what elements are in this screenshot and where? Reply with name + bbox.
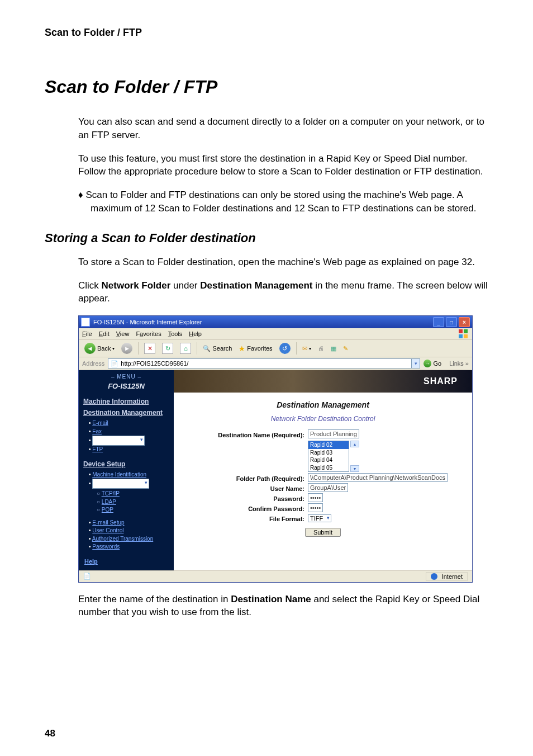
sidebar-item-passwords[interactable]: Passwords (89, 543, 174, 551)
sidebar-item-email-setup[interactable]: E-mail Setup (89, 519, 174, 527)
brand-logo: SHARP (423, 376, 458, 386)
list-item[interactable]: Rapid 03 (308, 449, 349, 457)
sidebar-item-network-settings[interactable]: Network Settings TCP/IP LDAP POP (89, 479, 174, 514)
status-done-icon: 📄 (83, 573, 91, 580)
window-close-button[interactable]: × (459, 317, 470, 327)
edit-ext-button[interactable]: ▦ (329, 342, 339, 355)
select-file-format[interactable]: TIFF (308, 514, 331, 522)
back-button[interactable]: ◄Back▾ (82, 342, 117, 355)
toolbar-separator (138, 342, 139, 355)
sidebar-item-pop[interactable]: POP (97, 506, 174, 514)
browser-menu-bar: FFileile Edit View Favorites Tools Help (79, 328, 472, 340)
search-button[interactable]: 🔍Search (201, 342, 234, 355)
window-title-bar[interactable]: FO-IS125N - Microsoft Internet Explorer … (79, 316, 472, 328)
toolbar-separator (197, 342, 197, 355)
scroll-up-icon[interactable]: ▴ (350, 441, 359, 447)
banner: SHARP (174, 370, 472, 393)
status-zone: Internet (426, 572, 468, 581)
sidebar-item-ldap[interactable]: LDAP (97, 498, 174, 507)
internet-zone-icon (431, 573, 437, 580)
sidebar-device-setup[interactable]: Device Setup (79, 459, 174, 470)
sidebar-item-user-control[interactable]: User Control (89, 527, 174, 535)
page-number: 48 (45, 728, 55, 739)
window-minimize-button[interactable]: _ (433, 317, 444, 327)
trailing-para: Enter the name of the destination in Des… (78, 593, 488, 620)
scroll-down-icon[interactable]: ▾ (350, 465, 359, 472)
menu-tools[interactable]: Tools (168, 330, 183, 337)
input-destination-name[interactable]: Product Planning (308, 429, 359, 438)
history-button[interactable]: ↺ (277, 342, 293, 355)
label-rapid-list (205, 441, 308, 442)
listbox-scroll[interactable]: ▴▾ (350, 441, 358, 472)
sidebar-machine-info[interactable]: Machine Information (79, 396, 174, 407)
menu-edit[interactable]: Edit (99, 330, 110, 337)
list-item[interactable]: Rapid 02 (308, 441, 349, 449)
sidebar-item-fax[interactable]: Fax (89, 428, 174, 436)
forward-button[interactable]: ► (119, 342, 135, 355)
sidebar-item-auth-trans[interactable]: Authorized Transmission (89, 535, 174, 544)
input-folder-path[interactable]: \\ComputerA\Product Planning\NetworkScan… (308, 473, 448, 482)
bullet-note: ♦ Scan to Folder and FTP destinations ca… (78, 188, 488, 215)
input-confirm-password[interactable]: ••••• (308, 503, 323, 512)
window-title: FO-IS125N - Microsoft Internet Explorer (93, 319, 433, 325)
label-folder-path: Folder Path (Required): (205, 474, 308, 482)
input-password[interactable]: ••••• (308, 493, 323, 502)
label-user-name: User Name: (205, 484, 308, 492)
label-confirm-password: Confirm Password: (205, 504, 308, 512)
menu-help[interactable]: Help (189, 330, 202, 337)
sidebar-item-network-folder[interactable]: Network Folder (89, 436, 174, 446)
step-2-b1: Network Folder (102, 280, 171, 291)
browser-toolbar: ◄Back▾ ► ✕ ↻ ⌂ 🔍Search ★Favorites ↺ ✉▾ 🖨… (79, 340, 472, 357)
trailing-bold: Destination Name (231, 594, 311, 604)
label-password: Password: (205, 494, 308, 502)
submit-button[interactable]: Submit (305, 528, 341, 537)
content-pane: SHARP Destination Management Network Fol… (174, 370, 472, 570)
sidebar-item-machine-id[interactable]: Machine Identification (89, 471, 174, 479)
list-item[interactable]: Rapid 05 (308, 464, 349, 472)
address-label: Address (82, 360, 104, 367)
step-2-mid: under (170, 280, 200, 291)
sidebar-item-ftp[interactable]: FTP (89, 446, 174, 454)
label-destination-name: Destination Name (Required): (205, 431, 308, 438)
destination-form: Destination Name (Required): Product Pla… (205, 431, 459, 522)
menu-view[interactable]: View (116, 330, 130, 337)
stop-button[interactable]: ✕ (142, 342, 158, 355)
print-button[interactable]: 🖨 (316, 342, 326, 355)
step-2: Click Network Folder under Destination M… (78, 279, 488, 306)
rapid-key-listbox[interactable]: Rapid 02 Rapid 03 Rapid 04 Rapid 05 (308, 441, 349, 472)
running-head: Scan to Folder / FTP (45, 27, 488, 39)
navigation-sidebar: – MENU – FO-IS125N Machine Information D… (79, 370, 174, 570)
h2-title: Storing a Scan to Folder destination (45, 231, 488, 245)
address-bar: Address 📄http://FOIS125CD95861/ ▾ →Go Li… (79, 357, 472, 370)
menu-file[interactable]: FFileile (82, 330, 92, 337)
sidebar-dest-mgmt[interactable]: Destination Management (79, 407, 174, 418)
list-item[interactable]: Rapid 04 (308, 456, 349, 464)
address-input[interactable]: 📄http://FOIS125CD95861/ ▾ (108, 358, 420, 368)
svg-rect-3 (464, 334, 468, 338)
mail-button[interactable]: ✉▾ (300, 342, 313, 355)
sidebar-menu-header: – MENU – (79, 374, 174, 380)
menu-favorites[interactable]: Favorites (136, 330, 161, 337)
toolbar-separator (296, 342, 297, 355)
refresh-button[interactable]: ↻ (160, 342, 175, 355)
content-subtitle: Network Folder Destination Control (174, 415, 472, 423)
go-button[interactable]: →Go (423, 360, 441, 367)
input-user-name[interactable]: GroupA\User (308, 483, 348, 492)
links-label[interactable]: Links » (449, 360, 469, 367)
sidebar-item-tcpip[interactable]: TCP/IP (97, 490, 174, 498)
step-2-b2: Destination Management (200, 280, 312, 291)
sidebar-device-name: FO-IS125N (79, 382, 174, 390)
sidebar-help[interactable]: Help (79, 556, 174, 567)
embedded-browser-window: FO-IS125N - Microsoft Internet Explorer … (78, 315, 473, 582)
ie-icon (81, 318, 90, 327)
sidebar-item-email[interactable]: E-mail (89, 419, 174, 428)
step-2-pre: Click (78, 280, 102, 291)
address-dropdown-icon[interactable]: ▾ (411, 359, 420, 368)
webpage-body: – MENU – FO-IS125N Machine Information D… (79, 370, 472, 570)
content-title: Destination Management (174, 400, 472, 409)
home-button[interactable]: ⌂ (178, 342, 193, 355)
favorites-button[interactable]: ★Favorites (236, 342, 274, 355)
bullet-text: Scan to Folder and FTP destinations can … (85, 190, 476, 214)
window-maximize-button[interactable]: □ (446, 317, 457, 327)
discuss-button[interactable]: ✎ (341, 342, 350, 355)
